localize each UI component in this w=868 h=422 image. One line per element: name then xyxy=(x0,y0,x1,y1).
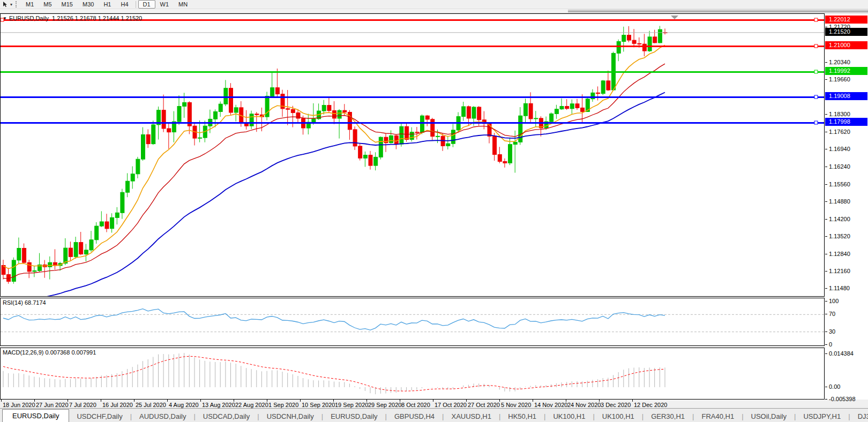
date-tick xyxy=(134,400,134,402)
date-label: 7 Jul 2020 xyxy=(69,402,96,408)
timeframe-button-H1[interactable]: H1 xyxy=(99,0,116,9)
axis-tick xyxy=(825,301,827,302)
tab-symbol-8[interactable]: HK50,H1 xyxy=(500,410,544,422)
tab-symbol-5[interactable]: EURUSD,Daily xyxy=(323,410,385,422)
timeframe-button-M1[interactable]: M1 xyxy=(21,0,39,9)
date-label: 14 Nov 2020 xyxy=(534,402,567,408)
price-tick-label: 1.16940 xyxy=(829,145,850,153)
date-label: 13 Aug 2020 xyxy=(202,402,235,408)
macd-indicator-pane: MACD(12,26,9) 0.007368 0.007991 xyxy=(0,348,825,400)
date-label: 27 Jun 2020 xyxy=(36,402,69,408)
chart-shift-marker-icon[interactable] xyxy=(671,16,678,19)
timeframe-button-M15[interactable]: M15 xyxy=(57,0,78,9)
price-tick-label: 1.14880 xyxy=(829,198,850,205)
date-tick xyxy=(533,400,533,402)
tab-symbol-12[interactable]: FRA40,H1 xyxy=(694,410,742,422)
macd-tick-label: -0.005398 xyxy=(829,395,856,403)
chart-tool-group[interactable]: ▾ xyxy=(0,1,14,8)
axis-tick xyxy=(825,387,827,387)
date-tick xyxy=(167,400,168,402)
toolbar-grip-handle[interactable] xyxy=(16,1,18,7)
macd-label: MACD(12,26,9) 0.007368 0.007991 xyxy=(3,349,96,356)
timeframe-toolbar: ▾ M1M5M15M30H1H4D1W1MN xyxy=(0,0,868,9)
tool-dropdown-icon[interactable]: ▾ xyxy=(10,2,12,7)
axis-tick xyxy=(825,344,827,345)
rsi-label: RSI(14) 68.7174 xyxy=(3,299,46,306)
axis-tick xyxy=(825,132,827,132)
line-handle-icon[interactable] xyxy=(814,121,818,124)
date-label: 25 Jul 2020 xyxy=(136,402,166,408)
price-chart-pane: ▼EURUSD,Daily 1.21526 1.21678 1.21444 1.… xyxy=(0,13,825,297)
date-tick xyxy=(333,400,334,402)
macd-tick-label: 0.00 xyxy=(829,383,840,390)
price-tick-label: 1.11480 xyxy=(829,284,850,292)
moving-average-21 xyxy=(3,64,665,278)
tab-symbol-15[interactable]: DJ30,Daily xyxy=(850,410,868,422)
tab-symbol-6[interactable]: GBPUSD,H4 xyxy=(387,410,442,422)
date-label: 27 Oct 2020 xyxy=(468,402,500,408)
line-handle-icon[interactable] xyxy=(814,44,818,48)
line-handle-icon[interactable] xyxy=(814,18,818,21)
rsi-tick-label: 30 xyxy=(829,328,835,335)
tab-symbol-7[interactable]: XAUUSD,H1 xyxy=(444,410,498,422)
date-tick xyxy=(400,400,400,402)
date-tick xyxy=(566,400,566,402)
timeframe-button-H4[interactable]: H4 xyxy=(116,0,133,9)
candlesticks xyxy=(2,26,667,283)
tab-symbol-4[interactable]: USDCNH,Daily xyxy=(259,410,321,422)
axis-tick xyxy=(825,353,827,354)
rsi-canvas[interactable] xyxy=(1,298,824,345)
timeframe-button-M30[interactable]: M30 xyxy=(78,0,99,9)
price-axis: 1.217201.203401.196601.183001.176201.169… xyxy=(825,13,868,400)
price-chart-canvas[interactable] xyxy=(1,14,824,296)
tab-symbol-0[interactable]: EURUSD,Daily xyxy=(2,409,69,422)
moving-average-10 xyxy=(3,45,665,269)
symbol-collapse-icon[interactable]: ▼ xyxy=(3,16,7,21)
macd-canvas[interactable] xyxy=(1,348,824,399)
date-tick xyxy=(101,400,101,402)
tab-symbol-2[interactable]: AUDUSD,Daily xyxy=(132,410,193,422)
macd-tick-label: 0.014384 xyxy=(829,350,854,357)
axis-tick xyxy=(825,271,827,272)
tab-symbol-1[interactable]: USDCHF,Daily xyxy=(69,410,130,422)
rsi-tick-label: 100 xyxy=(829,297,839,305)
mt4-terminal-window: ▾ M1M5M15M30H1H4D1W1MN ▼EURUSD,Daily 1.2… xyxy=(0,0,868,422)
price-tick-label: 1.15560 xyxy=(829,180,850,188)
chart-title: ▼EURUSD,Daily 1.21526 1.21678 1.21444 1.… xyxy=(3,15,142,21)
line-handle-icon[interactable] xyxy=(814,70,818,73)
timeframe-button-W1[interactable]: W1 xyxy=(155,0,174,9)
date-tick xyxy=(366,400,367,402)
rsi-tick-label: 0 xyxy=(829,341,832,348)
date-label: 4 Aug 2020 xyxy=(169,402,199,408)
axis-tick xyxy=(825,114,827,115)
tab-symbol-9[interactable]: UK100,H1 xyxy=(545,410,593,422)
tab-symbol-13[interactable]: USOil,Daily xyxy=(744,410,794,422)
timeframe-button-MN[interactable]: MN xyxy=(174,0,192,9)
timeframe-buttons: M1M5M15M30H1H4D1W1MN xyxy=(21,0,192,9)
tab-symbol-10[interactable]: UK100,H1 xyxy=(595,410,642,422)
axis-tick xyxy=(825,314,827,314)
scrollbar-thumb[interactable] xyxy=(568,9,868,12)
date-tick xyxy=(267,400,267,402)
timeframe-button-M5[interactable]: M5 xyxy=(39,0,56,9)
date-label: 24 Nov 2020 xyxy=(567,402,601,408)
date-tick xyxy=(234,400,234,402)
price-badge-line: 1.19008 xyxy=(825,92,867,100)
date-tick xyxy=(466,400,467,402)
line-handle-icon[interactable] xyxy=(814,95,818,99)
date-tick xyxy=(300,400,301,402)
axis-tick xyxy=(825,201,827,202)
rsi-tick-label: 70 xyxy=(829,310,835,318)
timeframe-button-D1[interactable]: D1 xyxy=(138,0,155,9)
tab-symbol-14[interactable]: USDJPY,H1 xyxy=(796,410,848,422)
chart-horizontal-scrollbar[interactable] xyxy=(0,9,868,13)
date-label: 29 Sep 2020 xyxy=(368,402,401,408)
date-tick xyxy=(1,400,2,402)
date-label: 19 Sep 2020 xyxy=(335,402,368,408)
axis-tick xyxy=(825,62,827,63)
price-badge-line: 1.19992 xyxy=(825,67,867,75)
tab-symbol-3[interactable]: USDCAD,Daily xyxy=(196,410,257,422)
axis-tick xyxy=(825,254,827,254)
tab-symbol-11[interactable]: GER30,H1 xyxy=(643,410,692,422)
price-tick-label: 1.13520 xyxy=(829,232,850,240)
